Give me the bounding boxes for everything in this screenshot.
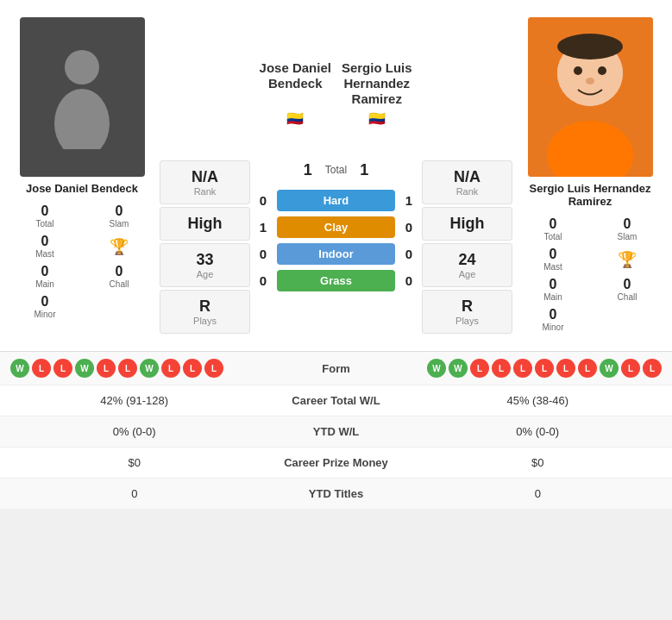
grass-row: 0 Grass 0	[254, 270, 418, 291]
right-plays-box: R Plays	[422, 290, 512, 334]
left-rank-box: N/A Rank	[160, 160, 250, 204]
stat-right-val-0: 45% (38-46)	[414, 394, 663, 407]
right-age-label: Age	[426, 269, 508, 279]
form-badge-left: W	[140, 359, 159, 378]
right-total-cell: 0 Total	[517, 215, 589, 243]
left-trophy-icon: 🏆	[83, 232, 155, 260]
total-label: Total	[325, 164, 347, 176]
form-badge-left: L	[161, 359, 180, 378]
player-right: Sergio Luis Hernandez Ramirez 0 Total 0 …	[517, 17, 663, 334]
form-badge-left: L	[118, 359, 137, 378]
right-name-text: Sergio Luis Hernandez Ramirez	[342, 60, 412, 106]
form-badge-right: L	[535, 359, 554, 378]
left-flag: 🇨🇴	[254, 110, 336, 127]
right-player-heading: Sergio Luis Hernandez Ramirez	[336, 60, 418, 107]
left-center-stats: N/A Rank High 33 Age R Plays	[155, 17, 254, 334]
right-total-label: Total	[517, 232, 589, 241]
left-grass-score: 0	[254, 273, 272, 288]
left-total-label: Total	[9, 219, 81, 229]
right-high-box: High	[422, 207, 512, 241]
right-minor-label: Minor	[517, 323, 589, 332]
left-main-cell: 0 Main	[9, 262, 81, 291]
right-chall-cell: 0 Chall	[591, 275, 663, 304]
right-main-label: Main	[517, 292, 589, 302]
left-indoor-score: 0	[254, 247, 272, 261]
form-badge-left: L	[32, 359, 51, 378]
right-plays-value: R	[426, 297, 508, 316]
svg-point-1	[54, 89, 110, 149]
player-left: Jose Daniel Bendeck 0 Total 0 Slam 0 Mas…	[9, 17, 155, 334]
left-rank-label: Rank	[164, 186, 246, 197]
form-badge-left: W	[75, 359, 94, 378]
right-center-stats: N/A Rank High 24 Age R Plays	[418, 17, 517, 334]
left-total-score: 1	[304, 161, 312, 179]
right-main-cell: 0 Main	[517, 275, 589, 304]
left-minor-value: 0	[9, 294, 81, 310]
svg-point-6	[574, 66, 582, 75]
form-badge-right: L	[621, 359, 640, 378]
left-age-label: Age	[164, 269, 246, 279]
stat-center-label-3: YTD Titles	[259, 487, 414, 500]
svg-point-7	[598, 66, 606, 75]
left-slam-label: Slam	[83, 219, 155, 229]
player-left-photo	[20, 17, 145, 177]
svg-point-0	[65, 50, 99, 85]
right-trophy-icon: 🏆	[591, 245, 663, 273]
stat-row: 42% (91-128) Career Total W/L 45% (38-46…	[0, 385, 672, 416]
form-label: Form	[285, 362, 388, 375]
stat-row: $0 Career Prize Money $0	[0, 448, 672, 479]
left-slam-cell: 0 Slam	[83, 202, 155, 230]
form-badge-left: L	[204, 359, 223, 378]
left-high-box: High	[160, 207, 250, 241]
right-chall-label: Chall	[591, 292, 663, 302]
left-plays-value: R	[164, 297, 246, 316]
right-rank-label: Rank	[426, 186, 508, 197]
left-slam-value: 0	[83, 204, 155, 219]
left-rank-value: N/A	[164, 168, 246, 186]
indoor-row: 0 Indoor 0	[254, 243, 418, 265]
right-minor-value: 0	[517, 307, 589, 323]
left-age-value: 33	[164, 251, 246, 269]
right-rank-box: N/A Rank	[422, 160, 512, 204]
right-total-value: 0	[517, 216, 589, 232]
right-high-value: High	[426, 215, 508, 233]
stat-row: 0 YTD Titles 0	[0, 479, 672, 510]
middle-column: Jose Daniel Bendeck Sergio Luis Hernande…	[254, 17, 418, 334]
left-total-cell: 0 Total	[9, 202, 81, 230]
form-badge-left: L	[97, 359, 116, 378]
stat-left-val-1: 0% (0-0)	[10, 425, 259, 438]
right-total-score: 1	[360, 161, 368, 179]
bottom-section: WLLWLLWLLL Form WWLLLLLLWLL 42% (91-128)…	[0, 351, 672, 510]
stat-center-label-1: YTD W/L	[259, 425, 414, 438]
hard-badge: Hard	[277, 190, 395, 211]
right-chall-value: 0	[591, 277, 663, 292]
left-plays-label: Plays	[164, 316, 246, 326]
right-mast-cell: 0 Mast	[517, 245, 589, 273]
indoor-badge: Indoor	[277, 243, 395, 265]
left-chall-label: Chall	[83, 279, 155, 289]
bottom-stats-container: 42% (91-128) Career Total W/L 45% (38-46…	[0, 385, 672, 510]
left-name-text: Jose Daniel Bendeck	[260, 60, 331, 91]
form-badge-right: L	[492, 359, 511, 378]
players-row: Jose Daniel Bendeck 0 Total 0 Slam 0 Mas…	[0, 9, 672, 342]
stat-row: 0% (0-0) YTD W/L 0% (0-0)	[0, 416, 672, 448]
svg-point-8	[586, 78, 594, 85]
right-plays-label: Plays	[426, 316, 508, 326]
right-player-photo-svg	[528, 17, 653, 177]
left-plays-box: R Plays	[160, 290, 250, 334]
left-clay-score: 1	[254, 220, 272, 235]
stat-right-val-2: $0	[414, 456, 663, 469]
right-flag: 🇨🇴	[336, 110, 418, 127]
right-age-box: 24 Age	[422, 243, 512, 287]
player-left-stats-grid: 0 Total 0 Slam 0 Mast 🏆 0 Main 0	[9, 202, 155, 321]
form-badge-right: L	[643, 359, 662, 378]
form-badges-right: WWLLLLLLWLL	[388, 359, 663, 378]
right-minor-cell: 0 Minor	[517, 305, 589, 334]
right-hard-score: 1	[400, 193, 418, 208]
clay-row: 1 Clay 0	[254, 216, 418, 238]
left-hard-score: 0	[254, 193, 272, 208]
form-badge-right: W	[600, 359, 619, 378]
right-mast-label: Mast	[517, 262, 589, 272]
right-slam-value: 0	[591, 216, 663, 232]
stat-right-val-1: 0% (0-0)	[414, 425, 663, 438]
